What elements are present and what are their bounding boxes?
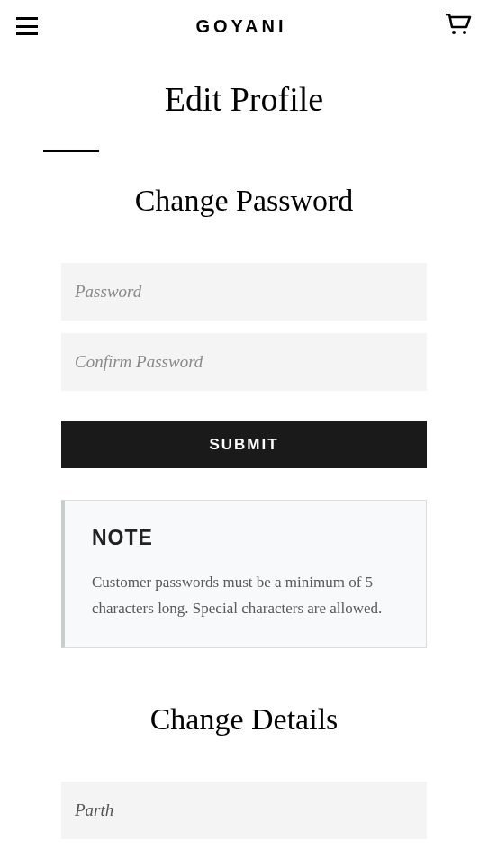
page-title: Edit Profile: [0, 79, 488, 119]
password-input[interactable]: [61, 263, 427, 321]
change-password-title: Change Password: [0, 184, 488, 218]
hamburger-menu-icon[interactable]: [16, 17, 38, 35]
submit-button[interactable]: SUBMIT: [61, 421, 427, 468]
svg-point-0: [452, 31, 456, 34]
confirm-password-input[interactable]: [61, 333, 427, 391]
logo[interactable]: GOYANI: [195, 16, 286, 37]
note-text: Customer passwords must be a minimum of …: [92, 570, 399, 622]
change-details-form: [0, 782, 488, 852]
change-password-form: SUBMIT NOTE Customer passwords must be a…: [0, 263, 488, 648]
cart-icon[interactable]: [445, 14, 472, 39]
header: GOYANI: [0, 0, 488, 52]
first-name-input[interactable]: [61, 782, 427, 839]
note-title: NOTE: [92, 526, 399, 550]
svg-point-1: [463, 31, 466, 34]
divider: [43, 150, 99, 152]
change-details-title: Change Details: [0, 702, 488, 737]
note-box: NOTE Customer passwords must be a minimu…: [61, 500, 427, 648]
